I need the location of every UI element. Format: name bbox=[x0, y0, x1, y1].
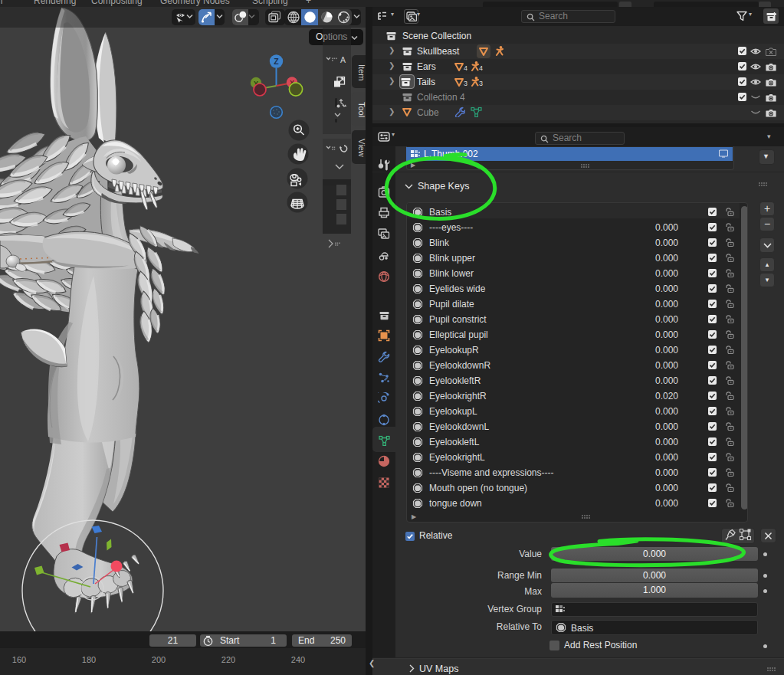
svg-text:Scripting: Scripting bbox=[252, 0, 288, 6]
svg-text:+: + bbox=[306, 0, 311, 6]
svg-text:Rendering: Rendering bbox=[34, 0, 76, 6]
svg-text:Z: Z bbox=[274, 57, 279, 66]
svg-text:Geometry Nodes: Geometry Nodes bbox=[160, 0, 230, 6]
svg-text:A: A bbox=[340, 55, 346, 64]
svg-text:tion: tion bbox=[0, 0, 2, 6]
svg-text:Compositing: Compositing bbox=[91, 0, 143, 6]
